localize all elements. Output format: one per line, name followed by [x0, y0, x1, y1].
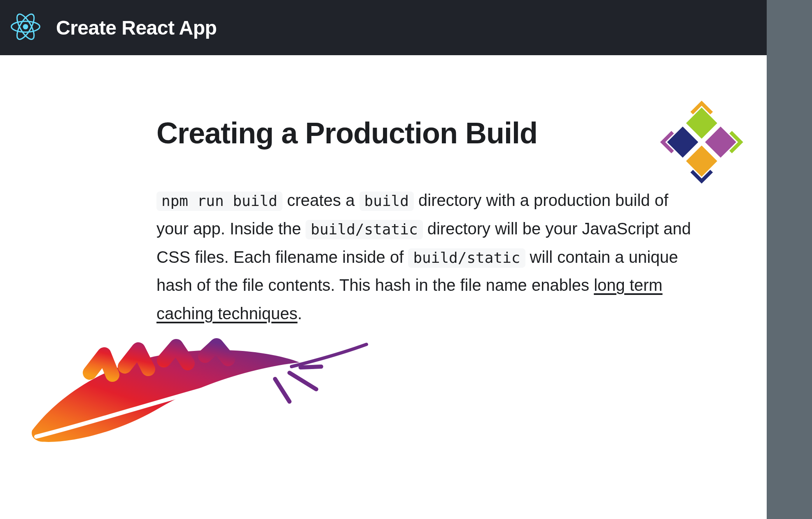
code-build: build [359, 192, 414, 211]
apache-feather-icon [28, 338, 370, 445]
text: . [297, 304, 302, 323]
text: creates a [282, 191, 359, 209]
main-content: Creating a Production Build npm run buil… [0, 55, 789, 328]
code-build-static: build/static [306, 220, 422, 239]
navbar: Create React App [0, 0, 789, 55]
navbar-title[interactable]: Create React App [56, 16, 217, 39]
centos-icon [658, 99, 745, 185]
intro-paragraph: npm run build creates a build directory … [156, 186, 696, 328]
page-window: Create React App Creating a Production B… [0, 0, 789, 519]
react-icon [11, 12, 40, 43]
code-build-static-2: build/static [408, 248, 525, 268]
scrollbar[interactable] [767, 0, 789, 519]
svg-point-0 [23, 24, 28, 29]
code-npm-run-build: npm run build [156, 192, 282, 211]
svg-point-12 [698, 139, 705, 146]
